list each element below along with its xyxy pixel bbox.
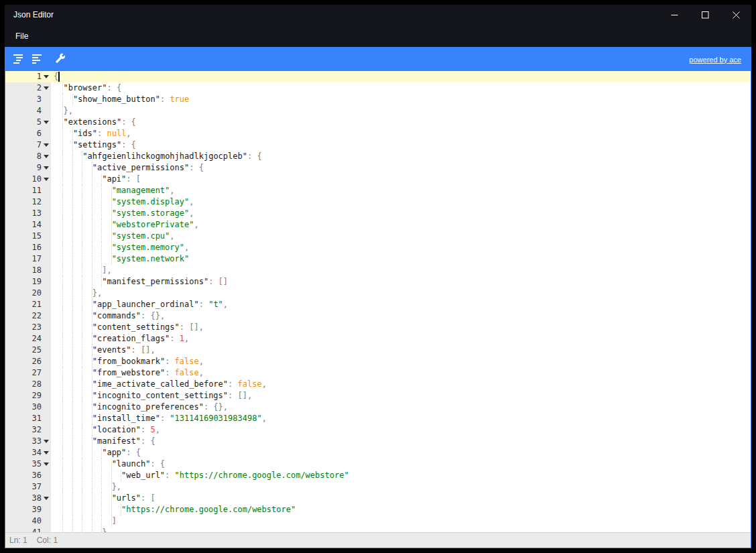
indent-guide xyxy=(54,196,63,208)
indent-guide xyxy=(92,265,102,276)
fold-toggle-icon[interactable] xyxy=(44,86,49,90)
editor-line[interactable]: 28"ime_activate_called_before": false, xyxy=(5,379,751,390)
fold-toggle-icon[interactable] xyxy=(44,440,49,443)
line-number: 29 xyxy=(5,390,51,402)
editor-line[interactable]: 37}, xyxy=(5,481,751,493)
editor-line[interactable]: 18], xyxy=(5,265,751,276)
menu-file[interactable]: File xyxy=(5,25,39,47)
editor-line[interactable]: 29"incognito_content_settings": [], xyxy=(5,390,751,402)
editor-line[interactable]: 20}, xyxy=(5,288,751,299)
line-number[interactable]: 34 xyxy=(5,447,51,458)
editor-line[interactable]: 19"manifest_permissions": [] xyxy=(5,276,751,288)
line-number: 37 xyxy=(5,481,51,493)
editor-line[interactable]: 22"commands": {}, xyxy=(5,310,751,322)
minimize-button[interactable] xyxy=(659,5,690,25)
editor-line[interactable]: 16"system.memory", xyxy=(5,242,751,253)
line-number[interactable]: 2 xyxy=(5,82,51,94)
menubar: File xyxy=(5,25,751,47)
editor-line[interactable]: 35"launch": { xyxy=(5,458,751,470)
editor-line[interactable]: 15"system.cpu", xyxy=(5,231,751,242)
indent-guide xyxy=(54,276,63,288)
code-editor[interactable]: 1{2"browser": {3"show_home_button": true… xyxy=(5,71,751,532)
indent-guide xyxy=(73,299,82,310)
line-number[interactable]: 38 xyxy=(5,493,51,504)
indent-guide xyxy=(63,458,72,470)
indent-guide xyxy=(54,265,63,276)
editor-line[interactable]: 41}, xyxy=(5,527,751,532)
editor-line[interactable]: 7"settings": { xyxy=(5,139,751,151)
app-window: Json Editor F xyxy=(5,5,751,548)
indent-guide xyxy=(82,345,92,356)
indent-guide xyxy=(73,276,82,288)
close-button[interactable] xyxy=(720,5,751,25)
fold-toggle-icon[interactable] xyxy=(44,143,49,147)
editor-line[interactable]: 21"app_launcher_ordinal": "t", xyxy=(5,299,751,310)
editor-line[interactable]: 4}, xyxy=(5,105,751,117)
repair-button[interactable] xyxy=(52,51,69,68)
editor-line[interactable]: 23"content_settings": [], xyxy=(5,322,751,333)
format-button[interactable] xyxy=(9,51,27,68)
editor-line[interactable]: 1{ xyxy=(5,71,751,82)
editor-line[interactable]: 26"from_bookmark": false, xyxy=(5,356,751,367)
indent-guide xyxy=(102,515,111,527)
editor-line[interactable]: 14"webstorePrivate", xyxy=(5,219,751,231)
powered-by-ace-link[interactable]: powered by ace xyxy=(689,56,741,64)
compact-button[interactable] xyxy=(28,51,46,68)
editor-line[interactable]: 30"incognito_preferences": {}, xyxy=(5,402,751,413)
indent-guide xyxy=(63,276,72,288)
editor-line[interactable]: 36"web_url": "https://chrome.google.com/… xyxy=(5,470,751,481)
indent-guide xyxy=(63,413,72,424)
line-number[interactable]: 35 xyxy=(5,458,51,470)
editor-line[interactable]: 9"active_permissions": { xyxy=(5,162,751,174)
fold-toggle-icon[interactable] xyxy=(44,451,49,454)
fold-toggle-icon[interactable] xyxy=(44,75,49,78)
line-number: 16 xyxy=(5,242,51,253)
editor-line[interactable]: 34"app": { xyxy=(5,447,751,458)
editor-line[interactable]: 2"browser": { xyxy=(5,82,751,94)
fold-toggle-icon[interactable] xyxy=(44,497,49,500)
editor-line[interactable]: 40] xyxy=(5,515,751,527)
editor-line[interactable]: 39"https://chrome.google.com/webstore" xyxy=(5,504,751,515)
editor-line[interactable]: 3"show_home_button": true xyxy=(5,94,751,105)
line-number[interactable]: 10 xyxy=(5,174,51,185)
editor-line[interactable]: 38"urls": [ xyxy=(5,493,751,504)
editor-line[interactable]: 11"management", xyxy=(5,185,751,196)
json-editor: powered by ace 1{2"browser": {3"show_hom… xyxy=(5,47,751,548)
line-number[interactable]: 8 xyxy=(5,151,51,162)
editor-line[interactable]: 12"system.display", xyxy=(5,196,751,208)
editor-line[interactable]: 31"install_time": "13114169031983498", xyxy=(5,413,751,424)
editor-line[interactable]: 32"location": 5, xyxy=(5,424,751,436)
editor-line[interactable]: 17"system.network" xyxy=(5,253,751,265)
fold-toggle-icon[interactable] xyxy=(44,463,49,466)
status-line: Ln: 1 xyxy=(9,536,27,545)
editor-line[interactable]: 10"api": [ xyxy=(5,174,751,185)
editor-line[interactable]: 27"from_webstore": false, xyxy=(5,367,751,379)
fold-toggle-icon[interactable] xyxy=(44,121,49,124)
maximize-button[interactable] xyxy=(690,5,720,25)
editor-line[interactable]: 5"extensions": { xyxy=(5,117,751,128)
indent-guide xyxy=(63,219,72,231)
indent-guide xyxy=(63,265,72,276)
fold-toggle-icon[interactable] xyxy=(44,166,49,170)
indent-guide xyxy=(54,208,63,219)
indent-guide xyxy=(82,447,92,458)
indent-guide xyxy=(92,242,102,253)
fold-toggle-icon[interactable] xyxy=(44,178,49,181)
line-number[interactable]: 1 xyxy=(5,71,51,82)
editor-line[interactable]: 6"ids": null, xyxy=(5,128,751,139)
editor-line[interactable]: 33"manifest": { xyxy=(5,436,751,447)
line-number[interactable]: 9 xyxy=(5,162,51,174)
indent-guide xyxy=(54,515,63,527)
line-number[interactable]: 7 xyxy=(5,139,51,151)
fold-toggle-icon[interactable] xyxy=(44,155,49,158)
editor-line[interactable]: 24"creation_flags": 1, xyxy=(5,333,751,345)
line-number[interactable]: 5 xyxy=(5,117,51,128)
window-title: Json Editor xyxy=(5,10,54,19)
indent-guide xyxy=(82,470,92,481)
editor-line[interactable]: 13"system.storage", xyxy=(5,208,751,219)
line-number[interactable]: 33 xyxy=(5,436,51,447)
indent-guide xyxy=(73,322,82,333)
editor-line[interactable]: 25"events": [], xyxy=(5,345,751,356)
line-number: 20 xyxy=(5,288,51,299)
editor-line[interactable]: 8"ahfgeienlihckogmohjhadlkjgocpleb": { xyxy=(5,151,751,162)
